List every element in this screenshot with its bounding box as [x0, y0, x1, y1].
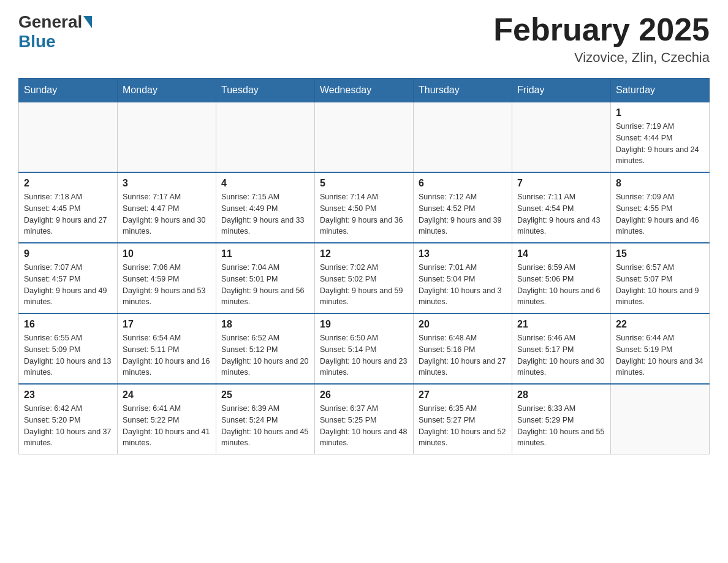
day-info: Sunrise: 6:37 AMSunset: 5:25 PMDaylight:… — [320, 403, 408, 449]
day-info: Sunrise: 6:46 AMSunset: 5:17 PMDaylight:… — [517, 332, 605, 378]
table-row: 25Sunrise: 6:39 AMSunset: 5:24 PMDayligh… — [216, 384, 315, 454]
day-info: Sunrise: 6:50 AMSunset: 5:14 PMDaylight:… — [320, 332, 408, 378]
day-number: 9 — [24, 248, 112, 259]
table-row — [512, 102, 611, 173]
table-row: 17Sunrise: 6:54 AMSunset: 5:11 PMDayligh… — [118, 313, 216, 384]
day-number: 28 — [517, 389, 605, 400]
day-number: 27 — [419, 389, 507, 400]
calendar-week-row: 2Sunrise: 7:18 AMSunset: 4:45 PMDaylight… — [19, 172, 710, 243]
day-info: Sunrise: 7:04 AMSunset: 5:01 PMDaylight:… — [221, 262, 309, 308]
day-number: 11 — [221, 248, 309, 259]
col-tuesday: Tuesday — [216, 79, 315, 102]
title-section: February 2025 Vizovice, Zlin, Czechia — [493, 12, 710, 66]
table-row: 14Sunrise: 6:59 AMSunset: 5:06 PMDayligh… — [512, 243, 611, 313]
calendar-title: February 2025 — [493, 12, 710, 47]
logo: General Blue — [18, 12, 93, 52]
day-number: 14 — [517, 248, 605, 259]
table-row: 26Sunrise: 6:37 AMSunset: 5:25 PMDayligh… — [315, 384, 414, 454]
table-row: 23Sunrise: 6:42 AMSunset: 5:20 PMDayligh… — [19, 384, 118, 454]
day-number: 22 — [616, 319, 704, 330]
day-number: 13 — [419, 248, 507, 259]
day-number: 1 — [616, 107, 704, 118]
day-number: 19 — [320, 319, 408, 330]
col-wednesday: Wednesday — [315, 79, 414, 102]
day-info: Sunrise: 6:39 AMSunset: 5:24 PMDaylight:… — [221, 403, 309, 449]
day-number: 23 — [24, 389, 112, 400]
col-saturday: Saturday — [611, 79, 710, 102]
table-row — [216, 102, 315, 173]
day-info: Sunrise: 7:11 AMSunset: 4:54 PMDaylight:… — [517, 191, 605, 237]
day-info: Sunrise: 6:55 AMSunset: 5:09 PMDaylight:… — [24, 332, 112, 378]
day-number: 2 — [24, 178, 112, 189]
day-info: Sunrise: 6:33 AMSunset: 5:29 PMDaylight:… — [517, 403, 605, 449]
day-info: Sunrise: 7:14 AMSunset: 4:50 PMDaylight:… — [320, 191, 408, 237]
day-number: 16 — [24, 319, 112, 330]
day-number: 8 — [616, 178, 704, 189]
table-row — [315, 102, 414, 173]
day-info: Sunrise: 7:09 AMSunset: 4:55 PMDaylight:… — [616, 191, 704, 237]
day-info: Sunrise: 7:12 AMSunset: 4:52 PMDaylight:… — [419, 191, 507, 237]
day-info: Sunrise: 6:35 AMSunset: 5:27 PMDaylight:… — [419, 403, 507, 449]
day-number: 4 — [221, 178, 309, 189]
page-header: General Blue February 2025 Vizovice, Zli… — [18, 12, 710, 66]
col-thursday: Thursday — [414, 79, 512, 102]
table-row: 3Sunrise: 7:17 AMSunset: 4:47 PMDaylight… — [118, 172, 216, 243]
day-info: Sunrise: 7:17 AMSunset: 4:47 PMDaylight:… — [123, 191, 211, 237]
day-info: Sunrise: 6:54 AMSunset: 5:11 PMDaylight:… — [123, 332, 211, 378]
table-row: 1Sunrise: 7:19 AMSunset: 4:44 PMDaylight… — [611, 102, 710, 173]
day-number: 26 — [320, 389, 408, 400]
day-number: 18 — [221, 319, 309, 330]
table-row: 2Sunrise: 7:18 AMSunset: 4:45 PMDaylight… — [19, 172, 118, 243]
calendar-header-row: Sunday Monday Tuesday Wednesday Thursday… — [19, 79, 710, 102]
calendar-week-row: 23Sunrise: 6:42 AMSunset: 5:20 PMDayligh… — [19, 384, 710, 454]
table-row: 18Sunrise: 6:52 AMSunset: 5:12 PMDayligh… — [216, 313, 315, 384]
calendar-table: Sunday Monday Tuesday Wednesday Thursday… — [18, 78, 710, 454]
table-row: 4Sunrise: 7:15 AMSunset: 4:49 PMDaylight… — [216, 172, 315, 243]
table-row: 7Sunrise: 7:11 AMSunset: 4:54 PMDaylight… — [512, 172, 611, 243]
col-monday: Monday — [118, 79, 216, 102]
day-number: 20 — [419, 319, 507, 330]
day-info: Sunrise: 7:07 AMSunset: 4:57 PMDaylight:… — [24, 262, 112, 308]
day-number: 24 — [123, 389, 211, 400]
logo-general-text: General — [18, 12, 82, 32]
day-info: Sunrise: 6:57 AMSunset: 5:07 PMDaylight:… — [616, 262, 704, 308]
day-info: Sunrise: 6:48 AMSunset: 5:16 PMDaylight:… — [419, 332, 507, 378]
day-number: 10 — [123, 248, 211, 259]
col-sunday: Sunday — [19, 79, 118, 102]
day-number: 7 — [517, 178, 605, 189]
day-info: Sunrise: 6:59 AMSunset: 5:06 PMDaylight:… — [517, 262, 605, 308]
day-info: Sunrise: 7:15 AMSunset: 4:49 PMDaylight:… — [221, 191, 309, 237]
calendar-subtitle: Vizovice, Zlin, Czechia — [493, 50, 710, 66]
day-info: Sunrise: 6:44 AMSunset: 5:19 PMDaylight:… — [616, 332, 704, 378]
table-row: 28Sunrise: 6:33 AMSunset: 5:29 PMDayligh… — [512, 384, 611, 454]
table-row — [414, 102, 512, 173]
day-number: 17 — [123, 319, 211, 330]
table-row: 22Sunrise: 6:44 AMSunset: 5:19 PMDayligh… — [611, 313, 710, 384]
col-friday: Friday — [512, 79, 611, 102]
day-number: 15 — [616, 248, 704, 259]
day-number: 21 — [517, 319, 605, 330]
table-row: 24Sunrise: 6:41 AMSunset: 5:22 PMDayligh… — [118, 384, 216, 454]
table-row: 6Sunrise: 7:12 AMSunset: 4:52 PMDaylight… — [414, 172, 512, 243]
day-info: Sunrise: 7:02 AMSunset: 5:02 PMDaylight:… — [320, 262, 408, 308]
day-info: Sunrise: 6:42 AMSunset: 5:20 PMDaylight:… — [24, 403, 112, 449]
table-row — [19, 102, 118, 173]
table-row: 12Sunrise: 7:02 AMSunset: 5:02 PMDayligh… — [315, 243, 414, 313]
table-row: 10Sunrise: 7:06 AMSunset: 4:59 PMDayligh… — [118, 243, 216, 313]
day-number: 5 — [320, 178, 408, 189]
day-number: 25 — [221, 389, 309, 400]
logo-blue-text: Blue — [18, 32, 56, 51]
table-row — [611, 384, 710, 454]
table-row: 13Sunrise: 7:01 AMSunset: 5:04 PMDayligh… — [414, 243, 512, 313]
table-row: 15Sunrise: 6:57 AMSunset: 5:07 PMDayligh… — [611, 243, 710, 313]
day-number: 6 — [419, 178, 507, 189]
day-number: 3 — [123, 178, 211, 189]
logo-arrow-icon — [83, 16, 92, 28]
table-row: 5Sunrise: 7:14 AMSunset: 4:50 PMDaylight… — [315, 172, 414, 243]
table-row: 16Sunrise: 6:55 AMSunset: 5:09 PMDayligh… — [19, 313, 118, 384]
table-row — [118, 102, 216, 173]
day-info: Sunrise: 6:41 AMSunset: 5:22 PMDaylight:… — [123, 403, 211, 449]
day-info: Sunrise: 6:52 AMSunset: 5:12 PMDaylight:… — [221, 332, 309, 378]
table-row: 11Sunrise: 7:04 AMSunset: 5:01 PMDayligh… — [216, 243, 315, 313]
day-info: Sunrise: 7:19 AMSunset: 4:44 PMDaylight:… — [616, 121, 704, 167]
